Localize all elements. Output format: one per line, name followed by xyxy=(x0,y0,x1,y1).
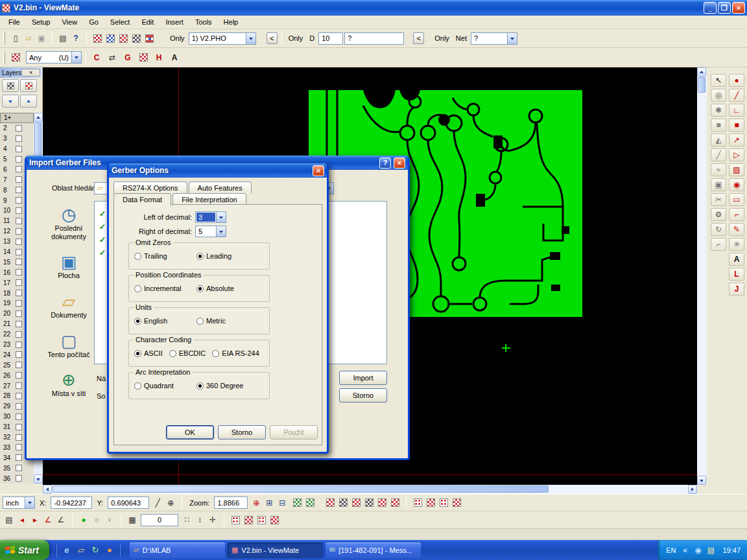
layer-color-box[interactable] xyxy=(16,228,22,235)
storno-button[interactable]: Storno xyxy=(218,425,266,439)
layer-color-box[interactable] xyxy=(16,414,22,420)
layer-color-box[interactable] xyxy=(16,125,22,132)
menu-help[interactable]: Help xyxy=(218,17,244,27)
menu-edit[interactable]: Edit xyxy=(136,17,160,27)
layer-color-box[interactable] xyxy=(16,403,22,410)
scroll-right-icon[interactable] xyxy=(688,485,697,494)
language-indicator[interactable]: EN xyxy=(666,546,676,554)
place-posledn-dokumenty[interactable]: ◷Poslední dokumenty xyxy=(43,206,94,240)
radio-absolute[interactable]: Absolute xyxy=(196,285,252,292)
measure-line-icon[interactable]: ╱ xyxy=(151,496,164,509)
taskbar-task-191-482-091-mess[interactable]: ✉[191-482-091] - Mess... xyxy=(326,542,421,558)
storno-button[interactable]: Storno xyxy=(339,388,387,402)
balloon-marker-icon[interactable]: ♀ xyxy=(103,514,116,526)
letter-h-tool-icon[interactable]: H xyxy=(152,51,165,64)
layer-row-35[interactable]: 35 xyxy=(0,463,34,473)
rectangle-tool-icon[interactable]: ■ xyxy=(729,119,744,132)
layer-color-box[interactable] xyxy=(16,444,22,450)
traffic-light-icon[interactable]: ● xyxy=(77,514,90,526)
letter-j-tool-icon[interactable]: J xyxy=(729,283,744,296)
toolbar-grip[interactable] xyxy=(3,32,5,45)
prev-dcode-button[interactable]: < xyxy=(413,32,424,44)
view-solid-icon[interactable] xyxy=(424,496,437,509)
radio-circle[interactable] xyxy=(134,253,141,260)
pencil-tool-icon[interactable]: ✎ xyxy=(729,223,744,236)
radio-circle[interactable] xyxy=(134,318,141,325)
letter-g-tool-icon[interactable]: G xyxy=(121,51,134,64)
print-icon[interactable]: ▤ xyxy=(56,32,69,45)
ring-marker-icon[interactable]: ○ xyxy=(90,514,103,526)
view-traces-icon[interactable] xyxy=(337,496,350,509)
vertical-arrows-icon[interactable]: ↕ xyxy=(193,514,206,526)
minimize-button[interactable]: _ xyxy=(704,2,717,14)
ok-button[interactable]: OK xyxy=(166,425,214,439)
refresh-green-icon[interactable]: ↻ xyxy=(89,544,101,556)
corner-bracket-icon[interactable]: ⌐ xyxy=(711,238,726,251)
view-negative-icon[interactable] xyxy=(437,496,450,509)
zoom-window-icon[interactable]: ⊞ xyxy=(263,496,276,509)
zoom-extents-icon[interactable]: ⊟ xyxy=(276,496,289,509)
place-m-sta-v-s-ti[interactable]: ⊕Místa v síti xyxy=(43,371,94,398)
layer-row-4[interactable]: 4 xyxy=(0,144,34,154)
view-fill-icon[interactable] xyxy=(375,496,388,509)
layer-color-box[interactable] xyxy=(16,475,22,482)
scroll-up-icon[interactable] xyxy=(697,67,706,76)
netlist-table-icon[interactable] xyxy=(130,32,143,45)
radio-eia-rs-244[interactable]: EIA RS-244 xyxy=(212,349,259,357)
arrow-tool-icon[interactable]: ↗ xyxy=(729,134,744,146)
aperture-filter-combo[interactable]: Any (U) xyxy=(26,51,82,64)
point-tool-icon[interactable]: ● xyxy=(729,74,744,87)
import-button[interactable]: Import xyxy=(339,371,387,385)
layer-row-1[interactable]: 1+ xyxy=(0,113,34,123)
view-pads-icon[interactable] xyxy=(324,496,337,509)
left-of-decimal-combo[interactable]: 3 xyxy=(195,211,226,223)
layer-color-box[interactable] xyxy=(16,454,22,461)
scissors-icon[interactable]: ✂ xyxy=(711,193,726,206)
layer-color-box[interactable] xyxy=(16,434,22,441)
layer-color-box[interactable] xyxy=(16,372,22,379)
gerber-file-checked-icon[interactable]: ✓ xyxy=(98,235,107,244)
keyboard-tray-icon[interactable]: ▤ xyxy=(706,545,716,555)
menu-select[interactable]: Select xyxy=(104,17,136,27)
aperture-list-icon[interactable] xyxy=(104,32,117,45)
close-button[interactable]: × xyxy=(732,2,745,14)
layer-color-box[interactable] xyxy=(16,218,22,224)
mirror-triangle-icon[interactable]: ◭ xyxy=(711,134,726,146)
layer-color-box[interactable] xyxy=(16,382,22,389)
layer-stack-icon[interactable]: ▤ xyxy=(3,514,16,526)
scroll-up-icon[interactable] xyxy=(34,113,43,122)
layer-color-box[interactable] xyxy=(16,135,22,142)
letter-c-tool-icon[interactable]: C xyxy=(90,51,103,64)
spark-icon[interactable]: ✱ xyxy=(711,104,726,117)
place-dokumenty[interactable]: ▱Dokumenty xyxy=(43,293,94,320)
letter-a-tool-icon[interactable]: A xyxy=(168,51,181,64)
radio-metric[interactable]: Metric xyxy=(196,317,252,325)
layers-table-icon[interactable] xyxy=(117,32,130,45)
angle-dark-icon[interactable]: ∠ xyxy=(54,514,67,526)
layer-combo[interactable]: 1) V2.PHO xyxy=(189,32,256,45)
radio-circle[interactable] xyxy=(196,382,204,390)
radio-circle[interactable] xyxy=(169,350,176,357)
radio-ascii[interactable]: ASCII xyxy=(134,349,163,357)
star-tool-icon[interactable]: ✳ xyxy=(729,238,744,251)
view-draw-icon[interactable] xyxy=(362,496,375,509)
open-folder-icon[interactable]: ▱ xyxy=(22,32,35,45)
view-flash-icon[interactable] xyxy=(350,496,362,509)
scroll-down-icon[interactable] xyxy=(34,474,43,484)
hide-icons-chevron-icon[interactable]: « xyxy=(680,545,690,555)
start-button[interactable]: Start xyxy=(0,540,49,560)
triangle-tool-icon[interactable]: ▷ xyxy=(729,148,744,161)
tab-rs274-x-options[interactable]: RS274-X Options xyxy=(113,181,187,193)
net-combo[interactable]: ? xyxy=(471,32,517,45)
chevron-down-icon[interactable] xyxy=(216,226,226,237)
move-cross-icon[interactable]: ✛ xyxy=(206,514,219,526)
dcode-input[interactable]: 10 xyxy=(318,32,343,45)
circle-pad-tool-icon[interactable]: ◉ xyxy=(729,178,744,191)
restore-button[interactable]: ❐ xyxy=(718,2,731,14)
radio-trailing[interactable]: Trailing xyxy=(134,252,190,260)
x-coordinate-field[interactable]: -0.942237 xyxy=(51,496,92,509)
layer-row-36[interactable]: 36 xyxy=(0,473,34,484)
layer-color-box[interactable] xyxy=(16,321,22,327)
layer-color-box[interactable] xyxy=(16,259,22,265)
radio-quadrant[interactable]: Quadrant xyxy=(134,382,190,390)
